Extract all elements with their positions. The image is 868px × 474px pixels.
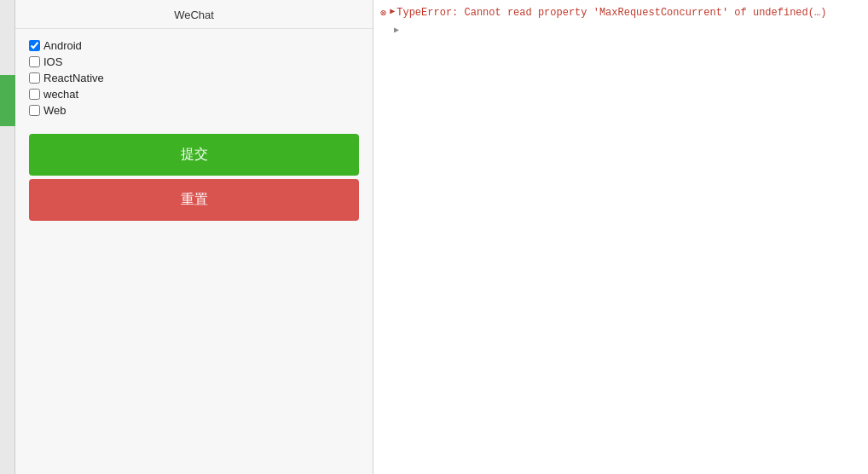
checkbox-label: Web <box>43 104 67 117</box>
checkbox-input-android[interactable] <box>29 40 40 51</box>
checkbox-label: wechat <box>43 88 78 101</box>
expand-triangle[interactable]: ▶ <box>390 5 395 18</box>
sidebar-tab[interactable] <box>0 75 15 126</box>
checkbox-item[interactable]: Web <box>29 104 359 117</box>
checkbox-input-ios[interactable] <box>29 56 40 67</box>
error-icon: ⊗ <box>380 6 386 21</box>
checkbox-input-reactnative[interactable] <box>29 72 40 84</box>
error-line: ⊗ ▶ TypeError: Cannot read property 'Max… <box>373 0 868 23</box>
checkbox-input-web[interactable] <box>29 105 40 116</box>
submit-button[interactable]: 提交 <box>29 134 359 176</box>
left-panel: WeChat AndroidIOSReactNativewechatWeb 提交… <box>15 0 373 474</box>
reset-button[interactable]: 重置 <box>29 179 359 221</box>
checkbox-item[interactable]: ReactNative <box>29 72 359 84</box>
checkbox-item[interactable]: wechat <box>29 88 359 101</box>
checkbox-label: ReactNative <box>43 72 104 84</box>
error-message: TypeError: Cannot read property 'MaxRequ… <box>396 5 826 20</box>
right-panel: ⊗ ▶ TypeError: Cannot read property 'Max… <box>373 0 868 474</box>
checkbox-input-wechat[interactable] <box>29 89 40 100</box>
expand-line: ▶ <box>373 23 868 37</box>
checkbox-list: AndroidIOSReactNativewechatWeb <box>15 29 373 127</box>
expand-arrow[interactable]: ▶ <box>394 25 399 35</box>
left-sidebar-strip <box>0 0 15 474</box>
checkbox-label: IOS <box>43 55 62 68</box>
panel-title: WeChat <box>15 0 373 29</box>
checkbox-item[interactable]: Android <box>29 39 359 52</box>
checkbox-item[interactable]: IOS <box>29 55 359 68</box>
checkbox-label: Android <box>43 39 82 52</box>
